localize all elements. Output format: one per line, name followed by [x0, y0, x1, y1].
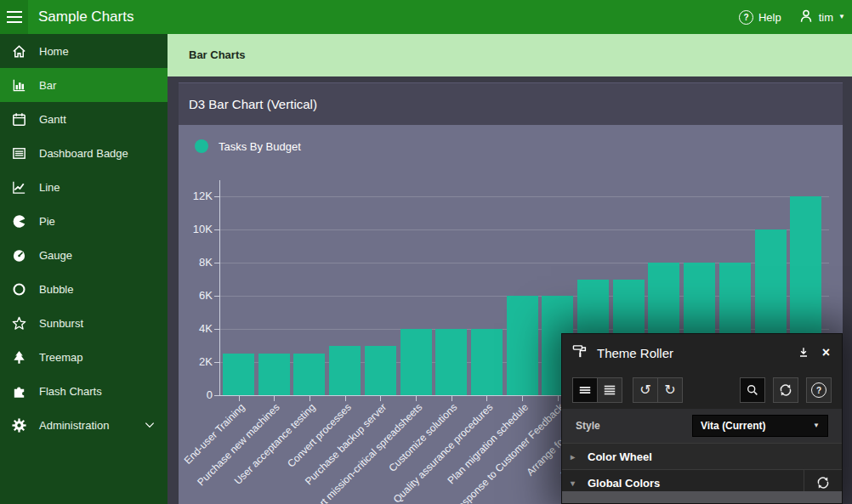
gridline	[220, 229, 829, 230]
search-button[interactable]	[740, 377, 765, 403]
bar[interactable]	[435, 329, 467, 395]
sidebar-item-label: Administration	[39, 419, 109, 432]
sidebar-item-label: Gauge	[39, 249, 72, 262]
breadcrumb: Bar Charts	[168, 34, 852, 76]
pie-chart-icon	[10, 212, 27, 229]
bar[interactable]	[365, 346, 396, 396]
theme-roller-toolbar: ↺ ↻ ?	[562, 371, 842, 409]
sidebar-item-label: Gantt	[39, 113, 66, 126]
question-circle-icon: ?	[739, 10, 753, 25]
sidebar-item-sunburst[interactable]: Sunburst	[0, 306, 168, 340]
bar[interactable]	[329, 346, 361, 396]
section-label: Global Colors	[588, 477, 660, 490]
sidebar-item-gauge[interactable]: Gauge	[0, 238, 168, 272]
sidebar-item-gantt[interactable]: Gantt	[0, 102, 168, 136]
x-tick	[522, 396, 523, 401]
gear-icon	[10, 416, 27, 433]
detail-view-button[interactable]	[597, 377, 622, 403]
sidebar-item-label: Bubble	[39, 283, 73, 296]
caret-down-icon: ▼	[838, 14, 845, 20]
sidebar-item-treemap[interactable]: Treemap	[0, 340, 168, 374]
chevron-down-icon	[144, 419, 156, 431]
y-tick-label: 0	[179, 388, 213, 401]
refresh-button[interactable]	[773, 377, 798, 403]
home-icon	[10, 42, 27, 59]
bar-chart-icon	[10, 76, 27, 93]
section-label: Color Wheel	[588, 450, 652, 463]
y-axis	[219, 180, 220, 396]
star-icon	[10, 314, 27, 331]
sidebar-nav: HomeBarGanttDashboard BadgeLinePieGaugeB…	[0, 34, 168, 504]
y-tick-label: 10K	[179, 223, 213, 235]
sidebar-item-pie[interactable]: Pie	[0, 204, 168, 238]
bar[interactable]	[400, 329, 432, 395]
bar[interactable]	[258, 354, 290, 395]
gauge-icon	[10, 246, 27, 263]
sidebar-item-administration[interactable]: Administration	[0, 408, 168, 442]
x-tick	[486, 396, 487, 401]
caret-right-icon: ▸	[571, 452, 579, 462]
sidebar-item-bubble[interactable]: Bubble	[0, 272, 168, 306]
style-label: Style	[576, 420, 600, 432]
person-icon	[798, 8, 814, 26]
y-tick-label: 4K	[179, 322, 213, 335]
sidebar-item-bar[interactable]: Bar	[0, 68, 168, 102]
circle-icon	[10, 280, 27, 297]
help-menu[interactable]: ? Help	[739, 10, 781, 25]
redo-button[interactable]: ↻	[657, 377, 683, 403]
close-icon[interactable]: ×	[821, 344, 832, 361]
y-tick-label: 2K	[179, 355, 213, 368]
user-name: tim	[819, 11, 833, 24]
undo-button[interactable]: ↺	[633, 377, 658, 403]
app-window: Sample Charts ? Help tim ▼ HomeBarGanttD…	[0, 0, 852, 504]
hamburger-icon	[7, 11, 22, 13]
help-label: Help	[758, 11, 781, 24]
compact-view-button[interactable]	[572, 377, 598, 403]
y-tick-label: 8K	[179, 256, 213, 269]
theme-roller-panel: Theme Roller × ↺ ↻	[561, 333, 843, 504]
caret-down-icon: ▼	[813, 422, 820, 429]
x-axis-label: End-user Training	[182, 401, 247, 467]
bar[interactable]	[471, 329, 503, 395]
legend-dot	[195, 139, 208, 153]
gridline	[220, 196, 829, 197]
style-select[interactable]: Vita (Current) ▼	[692, 415, 828, 437]
sidebar-item-label: Treemap	[39, 351, 83, 364]
y-tick-label: 12K	[179, 190, 213, 202]
sidebar-item-label: Line	[39, 181, 60, 194]
tree-icon	[10, 348, 27, 365]
sidebar-item-line[interactable]: Line	[0, 170, 168, 204]
sidebar-item-label: Dashboard Badge	[39, 147, 128, 160]
sidebar-item-label: Pie	[39, 215, 55, 228]
caret-down-icon: ▾	[571, 479, 579, 488]
x-tick	[310, 396, 310, 401]
sidebar-item-flash-charts[interactable]: Flash Charts	[0, 374, 168, 408]
sidebar-item-home[interactable]: Home	[0, 34, 168, 68]
style-row: Style Vita (Current) ▼	[562, 409, 842, 443]
calendar-icon	[10, 110, 27, 127]
x-tick	[452, 396, 452, 401]
bar[interactable]	[223, 354, 254, 395]
help-button[interactable]: ?	[806, 377, 832, 403]
theme-roller-body	[562, 491, 842, 503]
theme-roller-title: Theme Roller	[597, 346, 787, 360]
sidebar-item-label: Flash Charts	[39, 385, 102, 398]
sidebar-item-dashboard-badge[interactable]: Dashboard Badge	[0, 136, 168, 170]
y-tick-label: 6K	[179, 289, 213, 302]
bar[interactable]	[293, 354, 325, 395]
puzzle-icon	[10, 382, 27, 399]
user-menu[interactable]: tim ▼	[798, 8, 845, 26]
download-button[interactable]	[795, 344, 812, 361]
breadcrumb-bar: Bar Charts	[168, 34, 852, 76]
app-title: Sample Charts	[38, 0, 133, 34]
line-chart-icon	[10, 178, 27, 195]
bar[interactable]	[507, 296, 538, 395]
section-color-wheel[interactable]: ▸ Color Wheel	[562, 443, 842, 469]
sidebar-item-label: Bar	[39, 79, 56, 92]
list-icon	[10, 144, 27, 161]
paint-roller-icon	[572, 343, 588, 363]
panel-title: D3 Bar Chart (Vertical)	[179, 82, 843, 125]
sidebar-item-label: Home	[39, 45, 69, 58]
legend-item[interactable]: Tasks By Budget	[195, 139, 301, 153]
hamburger-menu-button[interactable]	[0, 0, 28, 34]
